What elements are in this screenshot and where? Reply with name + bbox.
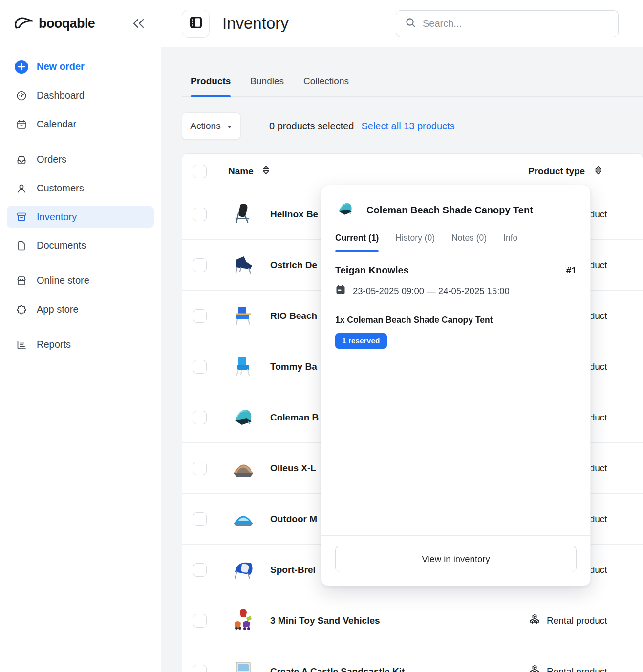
product-thumbnail [230,201,257,228]
column-header-product-type[interactable]: Product type [528,166,602,177]
sidebar-item-online-store[interactable]: Online store [0,266,161,295]
table-header-row: Name Product type [182,154,643,189]
gauge-icon [15,89,28,103]
sidebar-nav: New order Dashboard Calendar Orders Cus [0,47,161,362]
tab-bundles[interactable]: Bundles [250,76,284,96]
popup-body: Teigan Knowles #1 23-05-2025 09:00 — 24-… [322,251,590,535]
sidebar-divider [0,142,161,142]
sidebar-item-documents[interactable]: Documents [0,231,161,260]
product-thumbnail [230,252,257,278]
row-checkbox[interactable] [193,309,207,323]
popup-tab-info[interactable]: Info [503,233,517,251]
sidebar: booqable New order Dashboard Calendar [0,0,161,672]
sidebar-divider [0,263,161,263]
product-name: Helinox Be [270,209,318,220]
calendar-icon [15,118,28,131]
sidebar-item-customers[interactable]: Customers [0,174,161,203]
sidebar-item-label: Orders [37,154,66,165]
popup-title: Coleman Beach Shade Canopy Tent [366,205,533,216]
sort-icon [595,166,602,177]
sidebar-item-app-store[interactable]: App store [0,295,161,324]
sidebar-item-label: Reports [37,339,71,350]
row-checkbox[interactable] [193,512,207,526]
rental-cubes-icon [528,613,541,628]
brand-name: booqable [39,16,95,31]
actions-button[interactable]: Actions [182,112,241,140]
topbar: Inventory [161,0,643,47]
tab-products[interactable]: Products [191,76,231,96]
product-type-cell: Rental product [528,613,607,628]
product-thumbnail [230,303,257,329]
product-thumbnail [230,608,257,634]
product-thumbnail [230,506,257,532]
reserved-status-badge: 1 reserved [335,333,387,349]
sidebar-divider [0,362,161,362]
search-input[interactable] [423,18,609,29]
sidebar-item-inventory[interactable]: Inventory [7,206,154,228]
popup-tab-history[interactable]: History (0) [395,233,435,251]
customer-name: Teigan Knowles [335,265,409,276]
sidebar-item-reports[interactable]: Reports [0,330,161,359]
product-name: Create A Castle Sandcastle Kit [270,666,405,672]
view-in-inventory-button[interactable]: View in inventory [335,546,577,572]
column-header-name[interactable]: Name [228,166,270,177]
product-thumbnail [230,455,257,482]
tabs-section: Products Bundles Collections [182,47,643,97]
order-line-item: 1x Coleman Beach Shade Canopy Tent [335,315,577,325]
plus-circle-icon [15,60,28,74]
selected-count-text: 0 products selected [269,121,354,132]
actions-button-label: Actions [190,121,220,131]
sidebar-item-label: Documents [37,240,86,251]
product-type-label: Rental product [547,615,607,626]
logo-row: booqable [0,0,161,47]
row-checkbox[interactable] [193,614,207,628]
product-type-label: Rental product [547,666,607,672]
tab-collections[interactable]: Collections [303,76,349,96]
popup-header: Coleman Beach Shade Canopy Tent [322,185,590,230]
product-name: Oileus X-L [270,463,316,474]
product-name: Ostrich De [270,260,317,271]
sidebar-item-calendar[interactable]: Calendar [0,110,161,139]
document-icon [15,239,28,252]
product-thumbnail [230,557,257,583]
popup-tabs: Current (1) History (0) Notes (0) Info [322,230,590,251]
sidebar-item-label: App store [37,304,79,315]
row-checkbox[interactable] [193,258,207,272]
search-box [396,10,619,37]
select-all-checkbox[interactable] [193,165,207,178]
row-checkbox[interactable] [193,208,207,221]
page-title: Inventory [222,14,289,33]
sidebar-item-label: Online store [37,275,89,286]
product-thumbnail [230,354,257,380]
booqable-logo-icon [13,15,34,32]
popup-tab-notes[interactable]: Notes (0) [451,233,487,251]
row-checkbox[interactable] [193,411,207,424]
actions-row: Actions 0 products selected Select all 1… [182,112,643,140]
popup-tab-current[interactable]: Current (1) [335,233,379,251]
product-thumbnail [230,658,257,672]
row-checkbox[interactable] [193,360,207,374]
row-checkbox[interactable] [193,665,207,672]
storefront-icon [15,274,28,288]
sidebar-item-new-order[interactable]: New order [0,52,161,81]
sidebar-item-dashboard[interactable]: Dashboard [0,81,161,110]
product-name: RIO Beach [270,311,317,321]
popup-footer: View in inventory [322,535,590,586]
sidebar-collapse-icon[interactable] [131,17,146,30]
select-all-link[interactable]: Select all 13 products [361,121,454,132]
rental-period: 23-05-2025 09:00 — 24-05-2025 15:00 [353,286,510,296]
row-checkbox[interactable] [193,462,207,475]
row-checkbox[interactable] [193,563,207,577]
table-row[interactable]: 3 Mini Toy Sand Vehicles Rental product [182,595,643,646]
sidebar-item-orders[interactable]: Orders [0,145,161,174]
table-row[interactable]: Create A Castle Sandcastle Kit Rental pr… [182,646,643,672]
person-icon [15,182,28,195]
product-name: Tommy Ba [270,361,317,372]
product-name: Coleman B [270,412,319,423]
report-chart-icon [15,338,28,352]
page-icon-button[interactable] [182,10,210,38]
sort-icon [262,166,270,177]
sidebar-divider [0,327,161,327]
archive-box-icon [15,210,28,224]
order-number: #1 [566,265,577,276]
